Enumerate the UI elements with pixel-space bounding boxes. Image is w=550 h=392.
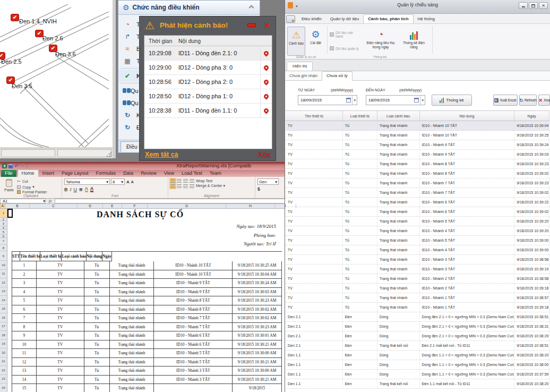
alert-row[interactable]: 10:28:38 ID11 - Dòng đèn 1.1: 0	[144, 104, 272, 118]
incident-row[interactable]: 5 TV Tủ Trạng thái nhánh ID10 - Nhánh 8 …	[12, 296, 282, 305]
export-excel-button[interactable]: X Xuất Excel	[493, 95, 518, 106]
row-number[interactable]: 19	[0, 340, 7, 349]
warning-row[interactable]: Den 1.1 Đèn Dòng Dòng đèn 1.1 = 0 < ngưỡ…	[286, 351, 549, 360]
currency-button[interactable]: $	[257, 186, 283, 192]
align-bottom-icon[interactable]	[183, 179, 188, 183]
maximize-button[interactable]	[529, 2, 538, 9]
alert-row[interactable]: 10:28:50 ID12 - Dòng pha 1: 0	[144, 89, 272, 104]
wrap-text-button[interactable]: Wrap Text	[196, 179, 212, 183]
align-left-icon[interactable]	[170, 184, 175, 188]
minimize-button[interactable]	[247, 23, 256, 27]
merge-center-button[interactable]: Merge & Center ▾	[196, 184, 225, 188]
excel-ribbon-tab[interactable]: Load Test	[178, 170, 206, 177]
dropdown-icon[interactable]: ▾	[420, 96, 425, 105]
management-data-button-disabled[interactable]: Dữ liệu quản lý	[330, 43, 362, 54]
dropdown-icon[interactable]: ▾	[352, 96, 357, 105]
tab-chua-xu-ly[interactable]: Chưa xử lý	[322, 71, 353, 81]
shrink-font-button[interactable]: A	[131, 180, 134, 184]
font-color-button[interactable]: A	[90, 186, 94, 192]
incident-row[interactable]: 11 TV Tủ Trạng thái nhánh ID10 - Nhánh 5…	[12, 349, 282, 358]
app-ribbon-tab[interactable]: Điều khiển	[297, 15, 326, 23]
warning-row[interactable]: TV Tủ Trạng thái nhánh ID10 - Nhánh 8 TẮ…	[286, 169, 549, 178]
excel-ribbon-tab[interactable]: Home	[18, 169, 39, 177]
save-icon[interactable]	[8, 164, 13, 168]
excel-ribbon-tab[interactable]: View	[160, 170, 178, 177]
row-number[interactable]: 12	[0, 278, 7, 287]
row-number[interactable]: 9	[0, 251, 7, 261]
row-number[interactable]: 22	[0, 366, 7, 375]
marker-pin-icon[interactable]: ✔	[49, 45, 57, 52]
excel-ribbon-tab[interactable]: Page Layout	[58, 170, 92, 177]
font-name-combo[interactable]: Tahoma▾	[64, 178, 110, 185]
column-letter[interactable]: A	[1, 204, 5, 208]
settings-ribbon-button[interactable]: ⚙ Cài đặt	[307, 27, 324, 56]
app-titlebar[interactable]: ▾ Quản lý chiếu sáng ✕	[285, 0, 550, 14]
warning-row[interactable]: TV Tủ Trạng thái nhánh ID10 - Nhánh 5 TẮ…	[286, 217, 549, 226]
formula-input[interactable]	[55, 199, 285, 203]
column-letter[interactable]: B	[5, 204, 30, 208]
warning-row[interactable]: TV Tủ Trạng thái nhánh ID10 - Nhánh 4 TẮ…	[286, 226, 549, 236]
row-number[interactable]: 20	[0, 348, 7, 357]
orientation-icon[interactable]	[190, 179, 194, 183]
active-cell-selection[interactable]	[7, 209, 13, 218]
panel-header[interactable]: ⚙ Chức năng điều khiển	[118, 1, 260, 15]
worksheet[interactable]: 123456789101112131415161718192021222324 …	[0, 209, 285, 392]
excel-ribbon-tab[interactable]: Insert	[39, 170, 58, 177]
row-number[interactable]: 3	[0, 221, 7, 226]
row-number[interactable]: 5	[0, 229, 7, 235]
column-letter[interactable]: F	[122, 204, 148, 208]
warning-row[interactable]: Den 1.1 Đèn Trạng thái kết nối Đèn 1.1 m…	[286, 379, 549, 389]
locate-cell[interactable]	[260, 89, 272, 103]
row-number[interactable]: 16	[0, 313, 7, 322]
refresh-button[interactable]: ↻ Refresh	[519, 95, 537, 106]
row-number[interactable]: 18	[0, 331, 7, 340]
grow-font-button[interactable]: A	[126, 180, 130, 184]
column-letter[interactable]: C	[30, 204, 78, 208]
operation-data-button-disabled[interactable]: Dữ liệu vận hành	[330, 29, 362, 40]
column-letter[interactable]: H	[226, 204, 275, 208]
number-format-combo[interactable]: Gen▾	[257, 178, 279, 185]
borders-button[interactable]: ▦	[79, 188, 83, 192]
warning-row[interactable]: TV Tủ Trạng thái nhánh ID10 - Nhánh 2 TẮ…	[286, 274, 549, 284]
statistics-button[interactable]: Thống kê	[432, 95, 472, 106]
warning-row[interactable]: TV Tủ Trạng thái nhánh ID10 - Nhánh 9 TẮ…	[286, 150, 549, 159]
excel-ribbon-tab[interactable]: Team	[206, 170, 225, 177]
app-ribbon-tab[interactable]: Quản lý dữ liệu	[326, 15, 363, 23]
redo-icon[interactable]: ↷	[20, 164, 24, 169]
row-number[interactable]: 24	[0, 384, 7, 392]
row-number[interactable]: 23	[0, 375, 7, 384]
warning-row[interactable]: TV Tủ Trạng thái nhánh ID10 - Nhánh 10 T…	[286, 121, 549, 131]
locate-cell[interactable]	[260, 46, 272, 60]
italic-button[interactable]: I	[70, 187, 72, 192]
undo-icon[interactable]: ↶	[14, 164, 19, 169]
column-letter[interactable]: I	[275, 204, 296, 208]
align-right-icon[interactable]	[183, 184, 188, 188]
column-letter[interactable]: E	[103, 204, 122, 208]
row-number[interactable]: 15	[0, 305, 7, 314]
warning-row[interactable]: TV Tủ Trạng thái nhánh ID10 - Nhánh 9 TẮ…	[286, 140, 549, 150]
copy-button[interactable]: Copy▾	[17, 185, 61, 189]
incident-row[interactable]: 13 TV Tủ Trạng thái nhánh ID10 - Nhánh 3…	[12, 367, 282, 376]
row-number[interactable]: 11	[0, 270, 7, 279]
locate-cell[interactable]	[260, 104, 272, 117]
align-center-icon[interactable]	[177, 184, 182, 188]
alert-row[interactable]: 10:29:00 ID12 - Dòng pha 3: 0	[144, 61, 272, 75]
resize-grip[interactable]	[106, 152, 111, 157]
excel-ribbon-tab[interactable]: File	[1, 170, 16, 177]
column-letter[interactable]: D	[78, 204, 103, 208]
excel-titlebar[interactable]: X ↶ ↷ ▾ XtraReportWarning.xls [Compatib	[0, 162, 285, 170]
tab-hien-thi[interactable]: Hiển thị	[287, 62, 313, 71]
fx-icon[interactable]: fx	[49, 199, 51, 203]
row-number[interactable]: 14	[0, 296, 7, 305]
incident-row[interactable]: 15 TV Tủ Trạng thái nhánh 9/18/2015	[12, 384, 282, 392]
marker-pin-icon[interactable]: ✔	[6, 76, 15, 84]
qat-dropdown-icon[interactable]: ▾	[25, 164, 28, 169]
warnings-column-header[interactable]: Ngày	[514, 111, 549, 121]
underline-button[interactable]: U	[74, 187, 78, 192]
incident-row[interactable]: 12 TV Tủ Trạng thái nhánh ID10 - Nhánh 5…	[12, 358, 282, 367]
align-middle-icon[interactable]	[177, 179, 182, 183]
warning-row[interactable]: TV Tủ Trạng thái nhánh ID10 - Nhánh 6 TẮ…	[286, 207, 549, 217]
incident-row[interactable]: 3 TV Tủ Trạng thái nhánh ID10 - Nhánh 9 …	[12, 279, 282, 288]
row-number[interactable]: 21	[0, 357, 7, 367]
column-letter[interactable]: G	[148, 204, 226, 208]
